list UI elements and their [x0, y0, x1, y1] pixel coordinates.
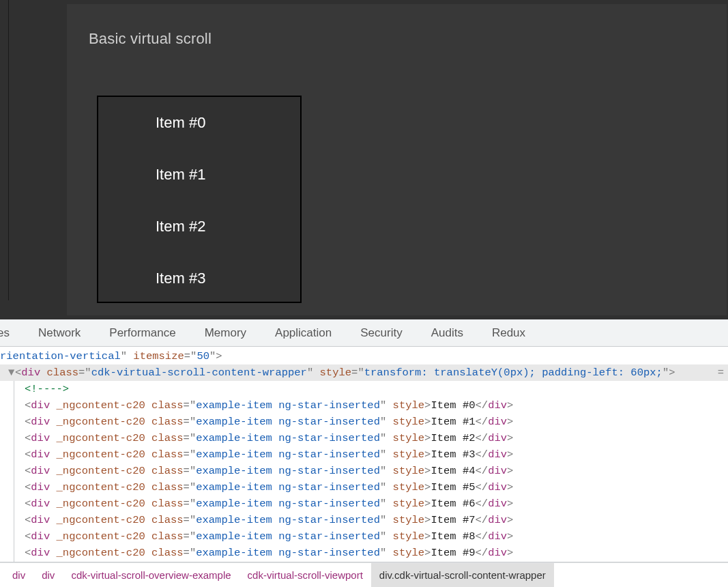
virtual-scroll-content: Item #0 Item #1 Item #2 Item #3	[98, 97, 300, 303]
list-item: Item #3	[139, 253, 300, 303]
elements-panel[interactable]: rientation-vertical" itemsize="50">▼<div…	[0, 347, 728, 562]
breadcrumb-item-selected[interactable]: div.cdk-virtual-scroll-content-wrapper	[371, 563, 554, 587]
code-line-item[interactable]: <div _ngcontent-c20 class="example-item …	[0, 430, 728, 446]
code-line-item[interactable]: <div _ngcontent-c20 class="example-item …	[0, 397, 728, 414]
list-item: Item #0	[139, 97, 300, 149]
code-line-comment[interactable]: <!---->	[0, 381, 728, 397]
app-region: Basic virtual scroll Item #0 Item #1 Ite…	[0, 0, 728, 319]
breadcrumb-item[interactable]: div	[33, 563, 63, 587]
code-line-item[interactable]: <div _ngcontent-c20 class="example-item …	[0, 545, 728, 561]
tab-security[interactable]: Security	[360, 326, 402, 340]
breadcrumb-item[interactable]: div	[4, 563, 33, 587]
code-line-item[interactable]: <div _ngcontent-c20 class="example-item …	[0, 463, 728, 479]
code-line-item[interactable]: <div _ngcontent-c20 class="example-item …	[0, 496, 728, 512]
tab-audits[interactable]: Audits	[431, 326, 463, 340]
tab-performance[interactable]: Performance	[109, 326, 175, 340]
tab-redux[interactable]: Redux	[492, 326, 525, 340]
app-card: Basic virtual scroll Item #0 Item #1 Ite…	[67, 4, 727, 315]
virtual-scroll-viewport[interactable]: Item #0 Item #1 Item #2 Item #3	[97, 96, 302, 303]
tree-guide	[14, 366, 14, 562]
list-item: Item #2	[139, 201, 300, 253]
page-title: Basic virtual scroll	[67, 4, 727, 48]
tab-network[interactable]: Network	[38, 326, 81, 340]
code-line-item[interactable]: <div _ngcontent-c20 class="example-item …	[0, 446, 728, 463]
tab-sources-cut[interactable]: es	[0, 326, 10, 340]
tab-application[interactable]: Application	[275, 326, 332, 340]
breadcrumb: div div cdk-virtual-scroll-overview-exam…	[0, 562, 728, 587]
code-line-wrapper[interactable]: ▼<div class="cdk-virtual-scroll-content-…	[0, 364, 728, 381]
code-line-item[interactable]: <div _ngcontent-c20 class="example-item …	[0, 528, 728, 545]
code-line-item[interactable]: <div _ngcontent-c20 class="example-item …	[0, 479, 728, 496]
tab-memory[interactable]: Memory	[205, 326, 246, 340]
code-line-viewport[interactable]: rientation-vertical" itemsize="50">	[0, 348, 728, 364]
breadcrumb-item[interactable]: cdk-virtual-scroll-overview-example	[63, 563, 239, 587]
left-gutter	[0, 0, 9, 300]
code-line-item[interactable]: <div _ngcontent-c20 class="example-item …	[0, 414, 728, 430]
code-line-item[interactable]: <div _ngcontent-c20 class="example-item …	[0, 512, 728, 528]
list-item: Item #1	[139, 149, 300, 201]
devtools-tabs: es Network Performance Memory Applicatio…	[0, 319, 728, 347]
breadcrumb-item[interactable]: cdk-virtual-scroll-viewport	[239, 563, 371, 587]
